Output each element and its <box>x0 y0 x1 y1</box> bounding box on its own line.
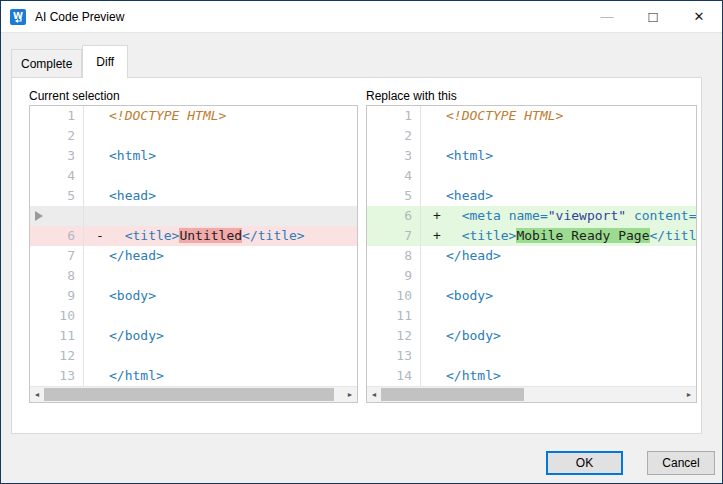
scrollbar-track[interactable] <box>44 387 343 402</box>
line-number: 2 <box>367 126 421 146</box>
code-row: 4 <box>30 166 357 186</box>
current-selection-label: Current selection <box>29 89 120 103</box>
tab-complete[interactable]: Complete <box>11 49 82 78</box>
code-row: 10<body> <box>367 286 696 306</box>
scroll-right-icon[interactable]: ► <box>343 387 357 402</box>
code-line: <html> <box>421 146 696 166</box>
app-icon: W <box>10 9 26 25</box>
tab-diff[interactable]: Diff <box>82 45 128 78</box>
ai-code-preview-dialog: { "window": { "title": "AI Code Preview"… <box>0 0 723 484</box>
code-segment: </title> <box>650 228 696 243</box>
code-row: 13</html> <box>30 366 357 386</box>
replace-with-label: Replace with this <box>366 89 457 103</box>
code-line: </html> <box>84 366 357 386</box>
maximize-icon[interactable]: □ <box>630 1 676 33</box>
scrollbar-thumb[interactable] <box>44 388 334 401</box>
cancel-button[interactable]: Cancel <box>647 451 715 475</box>
code-row: 5<head> <box>367 186 696 206</box>
code-line <box>421 126 696 146</box>
code-segment: <!DOCTYPE HTML> <box>446 108 563 123</box>
code-row: 12</body> <box>367 326 696 346</box>
code-line: <head> <box>421 186 696 206</box>
code-segment: </head> <box>446 248 501 263</box>
code-row: 7+ <title>Mobile Ready Page</title> <box>367 226 696 246</box>
code-segment: </head> <box>109 248 164 263</box>
code-segment: <head> <box>446 188 493 203</box>
code-line <box>421 346 696 366</box>
horizontal-scrollbar[interactable]: ◄ ► <box>30 386 357 402</box>
code-line <box>84 166 357 186</box>
code-segment: <body> <box>446 288 493 303</box>
line-number: 13 <box>367 346 421 366</box>
line-number: 3 <box>30 146 84 166</box>
code-row: 12 <box>30 346 357 366</box>
window-title: AI Code Preview <box>35 1 124 33</box>
diff-marker: + <box>433 226 441 246</box>
code-line: </html> <box>421 366 696 386</box>
code-row: 9<body> <box>30 286 357 306</box>
code-row: 6+ <meta name="viewport" content=" <box>367 206 696 226</box>
title-bar: W AI Code Preview — □ ✕ <box>1 1 722 33</box>
code-line <box>84 346 357 366</box>
scroll-right-icon[interactable]: ► <box>682 387 696 402</box>
code-row: 8</head> <box>367 246 696 266</box>
code-line: <!DOCTYPE HTML> <box>84 106 357 126</box>
code-line <box>84 306 357 326</box>
line-number <box>30 206 84 226</box>
close-icon[interactable]: ✕ <box>676 1 722 33</box>
code-segment: <body> <box>109 288 156 303</box>
code-line: </body> <box>421 326 696 346</box>
code-segment: </html> <box>109 368 164 383</box>
code-line <box>84 266 357 286</box>
code-segment <box>446 228 462 243</box>
code-segment: content= <box>634 208 696 223</box>
code-line: <body> <box>84 286 357 306</box>
code-line: + <title>Mobile Ready Page</title> <box>421 226 696 246</box>
code-row: 2 <box>367 126 696 146</box>
line-number: 5 <box>367 186 421 206</box>
scroll-left-icon[interactable]: ◄ <box>367 387 381 402</box>
code-segment: <title> <box>125 228 180 243</box>
code-row: 1<!DOCTYPE HTML> <box>30 106 357 126</box>
line-number: 4 <box>367 166 421 186</box>
scroll-left-icon[interactable]: ◄ <box>30 387 44 402</box>
ok-button[interactable]: OK <box>546 451 623 475</box>
code-line: <head> <box>84 186 357 206</box>
line-number: 9 <box>30 286 84 306</box>
scrollbar-thumb[interactable] <box>381 388 524 401</box>
code-segment: </title> <box>242 228 305 243</box>
code-segment: name= <box>509 208 548 223</box>
minimize-icon[interactable]: — <box>584 1 630 33</box>
code-segment: Untitled <box>179 228 242 243</box>
line-number: 3 <box>367 146 421 166</box>
code-line <box>84 206 357 226</box>
code-line: - <title>Untitled</title> <box>84 226 357 246</box>
line-number: 6 <box>30 226 84 246</box>
code-row: 4 <box>367 166 696 186</box>
horizontal-scrollbar[interactable]: ◄ ► <box>367 386 696 402</box>
scrollbar-track[interactable] <box>381 387 682 402</box>
diff-position-marker-icon <box>35 211 43 221</box>
code-line: </head> <box>84 246 357 266</box>
line-number: 2 <box>30 126 84 146</box>
code-segment <box>109 228 125 243</box>
line-number: 13 <box>30 366 84 386</box>
code-segment: <title> <box>462 228 517 243</box>
code-segment: <html> <box>109 148 156 163</box>
code-row: 8 <box>30 266 357 286</box>
code-segment: Mobile Ready Page <box>516 228 649 243</box>
code-row: 3<html> <box>367 146 696 166</box>
line-number: 4 <box>30 166 84 186</box>
line-number: 9 <box>367 266 421 286</box>
code-row: 1<!DOCTYPE HTML> <box>367 106 696 126</box>
code-segment: <meta <box>462 208 501 223</box>
code-line <box>421 306 696 326</box>
code-segment: <html> <box>446 148 493 163</box>
replace-with-code-panel[interactable]: 1<!DOCTYPE HTML>23<html>45<head>6+ <meta… <box>366 105 697 403</box>
code-segment <box>501 208 509 223</box>
code-row: 14</html> <box>367 366 696 386</box>
current-selection-code-panel[interactable]: 1<!DOCTYPE HTML>23<html>45<head>6- <titl… <box>29 105 358 403</box>
line-number: 1 <box>30 106 84 126</box>
code-row: 10 <box>30 306 357 326</box>
code-rows: 1<!DOCTYPE HTML>23<html>45<head>6- <titl… <box>30 106 357 386</box>
